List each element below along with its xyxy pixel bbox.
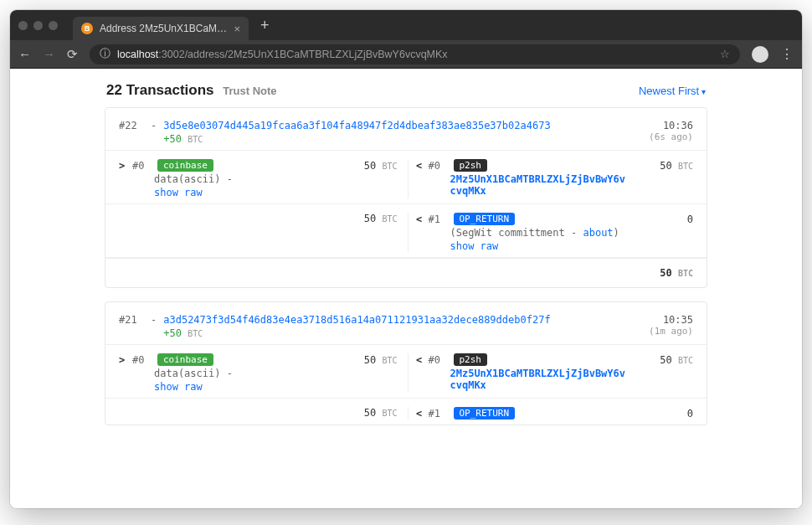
sort-dropdown[interactable]: Newest First — [639, 85, 706, 97]
tx-index: #21 — [119, 314, 144, 339]
bookmark-star-icon[interactable]: ☆ — [720, 48, 730, 60]
expand-input-icon[interactable]: > — [119, 354, 127, 366]
output-value: 0 — [687, 408, 693, 419]
about-link[interactable]: about — [583, 227, 613, 239]
tx-time: 10:35 (1m ago) — [618, 314, 693, 339]
input-value-repeat: 50 BTC — [364, 407, 398, 419]
input-slot: #0 — [132, 160, 152, 172]
coinbase-badge: coinbase — [157, 159, 213, 172]
tx-amount: +50 BTC — [163, 327, 561, 339]
browser-tab[interactable]: B Address 2Mz5UnX1BCaMTBRl × — [73, 17, 249, 40]
url-input[interactable]: ⓘ localhost:3002/address/2Mz5UnX1BCaMTBR… — [90, 44, 740, 64]
txid-link[interactable]: 3d5e8e03074d445a19fcaa6a3f104fa48947f2d4… — [163, 120, 611, 145]
traffic-lights — [18, 21, 58, 30]
tx-count: 22 — [106, 82, 122, 98]
url-host: localhost — [117, 49, 158, 60]
browser-window: B Address 2Mz5UnX1BCaMTBRl × + ← → ⟳ ⓘ l… — [10, 10, 802, 508]
opreturn-badge: OP_RETURN — [454, 213, 516, 225]
input-value-repeat: 50 BTC — [364, 213, 398, 224]
output-slot: #1 — [429, 214, 449, 225]
show-raw-link[interactable]: show raw — [450, 240, 499, 252]
bitcoin-favicon-icon: B — [81, 23, 93, 34]
output-arrow-icon[interactable]: < — [415, 354, 424, 366]
tx-label: Transactions — [126, 82, 214, 98]
transaction-card: #22 - 3d5e8e03074d445a19fcaa6a3f104fa489… — [105, 107, 707, 288]
page-title: 22 Transactions Trust Note — [106, 82, 277, 99]
tx-amount: +50 BTC — [163, 133, 561, 145]
forward-icon[interactable]: → — [43, 47, 55, 61]
close-tab-icon[interactable]: × — [234, 23, 240, 35]
output-arrow-icon[interactable]: < — [415, 160, 424, 172]
p2sh-badge: p2sh — [454, 353, 488, 366]
tx-index: #22 — [119, 120, 144, 145]
output-arrow-icon[interactable]: < — [415, 214, 424, 225]
input-value: 50 BTC — [364, 160, 398, 172]
url-port: :3002 — [158, 49, 184, 60]
coinbase-badge: coinbase — [157, 353, 213, 366]
maximize-window-icon[interactable] — [49, 21, 58, 30]
back-icon[interactable]: ← — [18, 47, 31, 61]
opreturn-badge: OP_RETURN — [454, 407, 516, 419]
output-slot: #0 — [429, 160, 449, 172]
txid-link[interactable]: a3d52473f3d54f46d83e4ea3718d516a14a07112… — [163, 314, 611, 339]
input-value: 50 BTC — [364, 354, 398, 366]
p2sh-badge: p2sh — [454, 159, 488, 172]
menu-dots-icon[interactable]: ⋮ — [780, 46, 794, 62]
minimize-window-icon[interactable] — [33, 21, 43, 30]
output-value: 50 BTC — [660, 160, 693, 172]
close-window-icon[interactable] — [18, 21, 28, 30]
output-address-link[interactable]: 2Mz5UnX1BCaMTBRLZXLjZjBvBwY6vcvqMKx — [450, 368, 626, 391]
show-raw-link[interactable]: show raw — [154, 381, 203, 393]
output-arrow-icon[interactable]: < — [415, 408, 424, 419]
output-value: 50 BTC — [660, 354, 693, 366]
transaction-card: #21 - a3d52473f3d54f46d83e4ea3718d516a14… — [105, 301, 707, 425]
profile-avatar-icon[interactable] — [752, 46, 768, 63]
new-tab-icon[interactable]: + — [260, 17, 270, 34]
tx-time: 10:36 (6s ago) — [618, 120, 693, 145]
tx-total: 50 BTC — [105, 258, 707, 287]
input-data: data(ascii) - — [154, 368, 398, 379]
address-bar: ← → ⟳ ⓘ localhost:3002/address/2Mz5UnX1B… — [10, 40, 802, 69]
input-slot: #0 — [132, 354, 152, 366]
tab-title: Address 2Mz5UnX1BCaMTBRl — [100, 23, 227, 34]
segwit-note: (SegWit committment - about) — [450, 227, 694, 239]
expand-input-icon[interactable]: > — [119, 160, 127, 172]
trust-note-link[interactable]: Trust Note — [223, 85, 276, 97]
output-value: 0 — [687, 214, 693, 225]
show-raw-link[interactable]: show raw — [154, 187, 203, 198]
tab-bar: B Address 2Mz5UnX1BCaMTBRl × + — [10, 10, 802, 40]
page-content: 22 Transactions Trust Note Newest First … — [10, 69, 802, 508]
reload-icon[interactable]: ⟳ — [67, 47, 78, 62]
output-slot: #0 — [429, 354, 449, 366]
input-data: data(ascii) - — [154, 173, 398, 185]
output-address-link[interactable]: 2Mz5UnX1BCaMTBRLZXLjZjBvBwY6vcvqMKx — [450, 173, 626, 197]
output-slot: #1 — [429, 408, 449, 419]
url-path: /address/2Mz5UnX1BCaMTBRLZXLjZjBvBwY6vcv… — [185, 49, 448, 60]
info-icon: ⓘ — [100, 47, 110, 61]
